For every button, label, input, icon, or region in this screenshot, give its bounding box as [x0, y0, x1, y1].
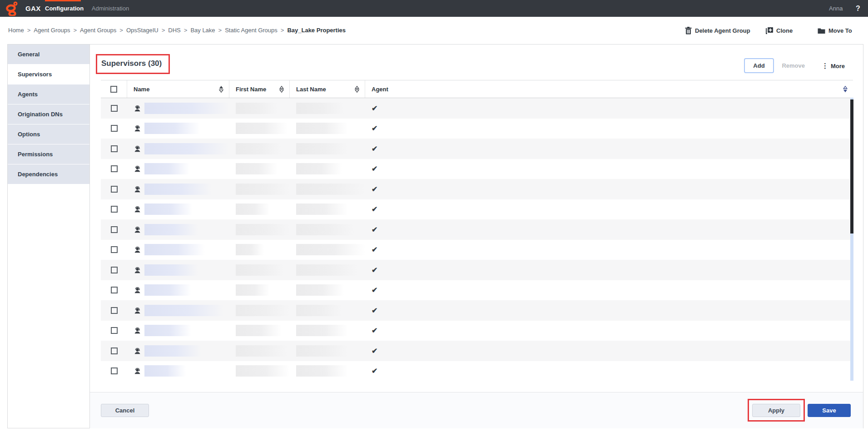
redacted-first-name [236, 325, 282, 336]
table-row[interactable]: ✔ [101, 199, 853, 220]
redacted-first-name [236, 264, 284, 276]
redacted-last-name [296, 365, 348, 377]
table-row[interactable]: ✔ [101, 240, 853, 260]
row-checkbox[interactable] [111, 307, 118, 314]
tab-administration[interactable]: Administration [90, 0, 131, 17]
table-row[interactable]: ✔ [101, 321, 853, 341]
table-row[interactable]: ✔ [101, 341, 853, 361]
row-checkbox[interactable] [111, 145, 118, 152]
breadcrumb-separator: > [281, 27, 284, 34]
redacted-name [144, 163, 189, 174]
cancel-button[interactable]: Cancel [101, 404, 149, 417]
tab-configuration[interactable]: Configuration [45, 0, 81, 17]
row-checkbox[interactable] [111, 367, 118, 374]
sort-icon-first-name[interactable] [279, 86, 284, 93]
save-button[interactable]: Save [808, 404, 851, 417]
vertical-scrollbar-thumb[interactable] [850, 99, 853, 233]
agent-person-icon [134, 205, 141, 213]
help-icon[interactable]: ? [856, 0, 860, 17]
apply-button[interactable]: Apply [752, 404, 800, 417]
clone-button[interactable]: Clone [765, 17, 793, 44]
delete-agent-group-button[interactable]: Delete Agent Group [685, 17, 750, 44]
agent-person-icon [134, 145, 141, 153]
column-header-first-name[interactable]: First Name [229, 80, 290, 98]
breadcrumb-item[interactable]: Bay Lake [190, 27, 215, 34]
sidebar-item-origination-dns[interactable]: Origination DNs [8, 104, 89, 124]
redacted-first-name [236, 123, 288, 134]
supervisor-table-body: ✔ ✔ ✔ [101, 98, 853, 381]
row-checkbox[interactable] [111, 186, 118, 193]
vertical-scrollbar-track[interactable] [850, 98, 853, 381]
redacted-name [144, 264, 198, 276]
column-header-agent[interactable]: Agent [365, 80, 853, 98]
table-row[interactable]: ✔ [101, 260, 853, 280]
sidebar-item-permissions[interactable]: Permissions [8, 144, 89, 164]
table-row[interactable]: ✔ [101, 280, 853, 301]
redacted-last-name [296, 325, 348, 336]
redacted-name [144, 204, 193, 215]
clone-label: Clone [776, 27, 793, 34]
table-row[interactable]: ✔ [101, 159, 853, 179]
sort-icon-name[interactable] [219, 86, 223, 93]
row-checkbox[interactable] [111, 287, 118, 293]
row-checkbox[interactable] [111, 348, 118, 354]
row-checkbox[interactable] [111, 327, 118, 334]
breadcrumb-item[interactable]: DHS [168, 27, 180, 34]
agent-checkmark-icon: ✔ [372, 164, 377, 173]
sort-icon-agent[interactable] [843, 86, 848, 93]
sort-icon-last-name[interactable] [355, 86, 359, 93]
row-checkbox[interactable] [111, 267, 118, 273]
redacted-first-name [236, 143, 282, 154]
table-row[interactable]: ✔ [101, 300, 853, 321]
breadcrumb-item[interactable]: Agent Groups [34, 27, 70, 34]
column-label-name: Name [134, 86, 149, 93]
redacted-last-name [296, 264, 358, 276]
clone-icon [765, 27, 773, 35]
sidebar-item-options[interactable]: Options [8, 124, 89, 144]
breadcrumb-item[interactable]: Home [8, 27, 24, 34]
agent-checkmark-icon: ✔ [372, 347, 377, 355]
more-button[interactable]: ⋮More [822, 58, 845, 73]
more-label: More [831, 63, 845, 70]
agent-checkmark-icon: ✔ [372, 124, 377, 133]
sidebar-item-dependencies[interactable]: Dependencies [8, 164, 89, 184]
column-header-last-name[interactable]: Last Name [290, 80, 365, 98]
column-header-name[interactable]: Name [127, 80, 229, 98]
agent-person-icon [134, 327, 141, 334]
table-row[interactable]: ✔ [101, 119, 853, 139]
breadcrumb-item[interactable]: Agent Groups [80, 27, 116, 34]
breadcrumb-item[interactable]: OpsStageIU [126, 27, 159, 34]
agent-person-icon [134, 226, 141, 233]
redacted-name [144, 244, 205, 255]
table-row[interactable]: ✔ [101, 139, 853, 159]
user-name[interactable]: Anna [829, 0, 843, 17]
sidebar-item-agents[interactable]: Agents [8, 84, 89, 104]
move-to-label: Move To [828, 27, 852, 34]
agent-checkmark-icon: ✔ [372, 266, 377, 274]
breadcrumb-item[interactable]: Static Agent Groups [225, 27, 278, 34]
row-checkbox[interactable] [111, 226, 118, 233]
row-checkbox[interactable] [111, 165, 118, 172]
breadcrumb-toolbar-row: Home>Agent Groups>Agent Groups>OpsStageI… [0, 17, 868, 44]
top-bar: GAX Configuration Administration Anna ? [0, 0, 868, 17]
sidebar-item-general[interactable]: General [8, 45, 89, 64]
row-checkbox[interactable] [111, 246, 118, 253]
table-row[interactable]: ✔ [101, 219, 853, 240]
table-row[interactable]: ✔ [101, 361, 853, 382]
sidebar-item-supervisors[interactable]: Supervisors [8, 65, 89, 84]
row-checkbox[interactable] [111, 206, 118, 213]
agent-checkmark-icon: ✔ [372, 185, 377, 194]
redacted-first-name [236, 244, 264, 255]
agent-checkmark-icon: ✔ [372, 245, 377, 254]
agent-person-icon [134, 307, 141, 314]
move-to-button[interactable]: Move To [818, 17, 852, 44]
redacted-first-name [236, 103, 278, 114]
footer-bar: Cancel Apply Save [90, 392, 863, 428]
row-checkbox[interactable] [111, 125, 118, 132]
select-all-checkbox[interactable] [110, 86, 117, 93]
table-row[interactable]: ✔ [101, 98, 853, 119]
add-button[interactable]: Add [744, 58, 774, 73]
redacted-first-name [236, 305, 290, 316]
table-row[interactable]: ✔ [101, 179, 853, 199]
row-checkbox[interactable] [111, 105, 118, 112]
